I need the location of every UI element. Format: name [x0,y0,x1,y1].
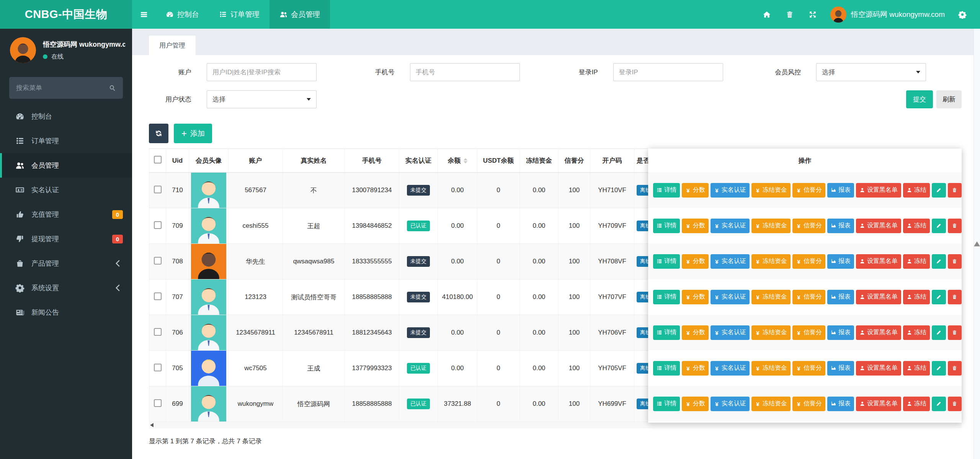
sidebar-item-newspaper[interactable]: 新闻公告 [0,300,132,325]
action-button-chart-area[interactable]: 报表 [827,361,854,376]
action-button-yen[interactable]: ¥分数 [682,219,709,233]
sidebar-item-gears[interactable]: 系统设置 [0,276,132,300]
add-button[interactable]: 添加 [174,124,212,143]
sidebar-toggle-button[interactable] [132,0,156,29]
action-button-yen[interactable]: ¥冻结资金 [751,290,791,304]
column-header[interactable]: Uid [166,149,189,173]
pencil-button[interactable] [932,219,946,233]
column-header[interactable]: 冻结资金 [520,149,559,173]
column-header[interactable]: 手机号 [345,149,399,173]
tab-user-management[interactable]: 用户管理 [149,36,196,55]
action-button-yen[interactable]: ¥信誉分 [792,219,825,233]
pencil-button[interactable] [932,290,946,304]
home-button[interactable] [755,0,778,29]
trash-button[interactable] [948,290,962,304]
action-button-yen[interactable]: ¥实名认证 [710,183,750,198]
action-button-chart-area[interactable]: 报表 [827,290,854,304]
action-button-list-detail[interactable]: 详情 [653,254,680,269]
action-button-yen[interactable]: ¥冻结资金 [751,325,791,340]
action-button-chart-area[interactable]: 报表 [827,219,854,233]
phone-input[interactable] [410,63,520,81]
action-button-user[interactable]: 设置黑名单 [856,325,901,340]
nav-item-dashboard[interactable]: 控制台 [156,0,209,29]
clear-cache-button[interactable] [778,0,801,29]
row-checkbox[interactable] [154,399,162,407]
row-checkbox[interactable] [154,221,162,229]
column-header[interactable]: 真实姓名 [283,149,345,173]
sidebar-search-input[interactable] [16,84,109,92]
action-button-yen[interactable]: ¥信誉分 [792,254,825,269]
login-ip-input[interactable] [613,63,723,81]
action-button-yen[interactable]: ¥分数 [682,361,709,376]
refresh-form-button[interactable]: 刷新 [936,90,962,108]
settings-button[interactable] [951,0,974,29]
nav-item-users[interactable]: 会员管理 [270,0,330,29]
action-button-yen[interactable]: ¥冻结资金 [751,183,791,198]
action-button-user[interactable]: 设置黑名单 [856,397,901,411]
sidebar-item-users[interactable]: 会员管理 [0,153,132,178]
action-button-yen[interactable]: ¥实名认证 [710,254,750,269]
nav-item-list-ol[interactable]: 订单管理 [209,0,270,29]
scroll-up-icon[interactable] [974,29,980,459]
action-button-user[interactable]: 设置黑名单 [856,254,901,269]
select-all-checkbox[interactable] [154,156,162,163]
action-button-chart-area[interactable]: 报表 [827,397,854,411]
action-button-yen[interactable]: ¥实名认证 [710,219,750,233]
action-button-yen[interactable]: ¥分数 [682,325,709,340]
vertical-scrollbar[interactable] [973,29,980,459]
sidebar-item-thumb-down[interactable]: 提现管理0 [0,227,132,251]
action-button-yen[interactable]: ¥冻结资金 [751,254,791,269]
action-button-user[interactable]: 冻结 [903,183,930,198]
action-button-user[interactable]: 冻结 [903,397,930,411]
trash-button[interactable] [948,397,962,411]
fullscreen-button[interactable] [801,0,824,29]
row-checkbox[interactable] [154,292,162,300]
column-header[interactable]: USDT余额 [477,149,520,173]
row-checkbox[interactable] [154,257,162,265]
action-button-yen[interactable]: ¥实名认证 [710,290,750,304]
column-header[interactable]: 会员头像 [189,149,229,173]
action-button-user[interactable]: 冻结 [903,254,930,269]
refresh-table-button[interactable] [149,124,168,143]
column-header[interactable]: 开户码 [590,149,634,173]
action-button-chart-area[interactable]: 报表 [827,183,854,198]
trash-button[interactable] [948,361,962,376]
account-input[interactable] [207,63,317,81]
submit-button[interactable]: 提交 [906,90,933,108]
action-button-list-detail[interactable]: 详情 [653,397,680,411]
sidebar-item-list-ol[interactable]: 订单管理 [0,129,132,153]
action-button-yen[interactable]: ¥信誉分 [792,325,825,340]
horizontal-scrollbar[interactable] [149,422,962,428]
action-button-list-detail[interactable]: 详情 [653,183,680,198]
action-button-chart-area[interactable]: 报表 [827,325,854,340]
action-button-chart-area[interactable]: 报表 [827,254,854,269]
trash-button[interactable] [948,183,962,198]
pencil-button[interactable] [932,183,946,198]
action-button-user[interactable]: 设置黑名单 [856,183,901,198]
sidebar-item-dashboard[interactable]: 控制台 [0,104,132,129]
action-button-yen[interactable]: ¥信誉分 [792,290,825,304]
scroll-left-icon[interactable] [150,423,154,427]
row-checkbox[interactable] [154,364,162,371]
action-button-user[interactable]: 冻结 [903,361,930,376]
action-button-yen[interactable]: ¥信誉分 [792,361,825,376]
action-button-yen[interactable]: ¥分数 [682,254,709,269]
status-select[interactable]: 选择 [207,90,317,108]
user-menu[interactable]: 悟空源码网 wukongymw.com [824,7,951,23]
row-checkbox[interactable] [154,186,162,193]
sidebar-item-thumb-up[interactable]: 充值管理0 [0,202,132,227]
action-button-yen[interactable]: ¥分数 [682,290,709,304]
column-header[interactable]: 信誉分 [559,149,590,173]
action-button-user[interactable]: 冻结 [903,219,930,233]
action-button-list-detail[interactable]: 详情 [653,290,680,304]
action-button-yen[interactable]: ¥冻结资金 [751,219,791,233]
risk-select[interactable]: 选择 [816,63,926,81]
action-button-user[interactable]: 冻结 [903,325,930,340]
action-button-user[interactable]: 设置黑名单 [856,219,901,233]
pencil-button[interactable] [932,254,946,269]
action-button-yen[interactable]: ¥实名认证 [710,325,750,340]
action-button-yen[interactable]: ¥冻结资金 [751,397,791,411]
column-header[interactable]: 实名认证 [399,149,438,173]
action-button-list-detail[interactable]: 详情 [653,361,680,376]
action-button-yen[interactable]: ¥实名认证 [710,361,750,376]
